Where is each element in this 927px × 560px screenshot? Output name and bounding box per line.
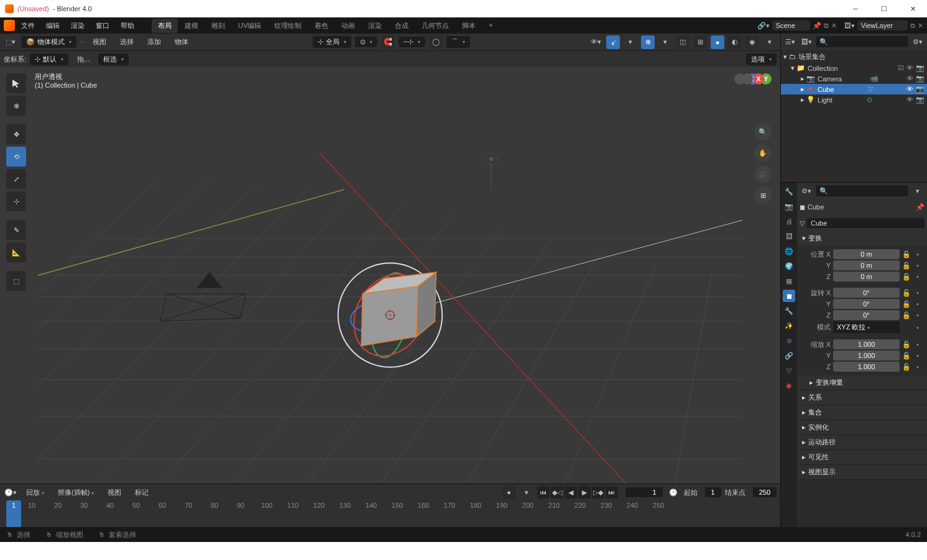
play-rev[interactable]: ◀	[565, 486, 577, 498]
shading-options[interactable]: ▾	[763, 35, 777, 49]
ptab-viewlayer[interactable]: 🖼	[783, 230, 795, 242]
viewlayer-close-icon[interactable]: ✕	[918, 22, 923, 30]
pos-x[interactable]: 0 m	[833, 249, 900, 259]
scene-close-icon[interactable]: ✕	[831, 22, 837, 30]
outliner-cube[interactable]: ▸ 🔻 Cube ▽👁📷	[781, 84, 927, 94]
ws-script[interactable]: 脚本	[456, 19, 482, 33]
zoom-button[interactable]: 🔍	[754, 123, 772, 140]
xray-toggle[interactable]: ◫	[676, 35, 689, 49]
lock-scale-y[interactable]: 🔓	[902, 352, 911, 360]
orientation-dropdown[interactable]: ⊹全局	[313, 36, 351, 48]
lock-pos-y[interactable]: 🔓	[902, 262, 911, 270]
shading-wireframe[interactable]: ⊞	[693, 35, 707, 49]
maximize-button[interactable]: ☐	[875, 1, 893, 16]
viewlayer-browse-icon[interactable]: 🖼▾	[844, 22, 855, 30]
outliner-search[interactable]: 🔍	[816, 36, 908, 47]
lock-scale-x[interactable]: 🔓	[902, 341, 911, 349]
ptab-constraints[interactable]: 🔗	[783, 349, 795, 362]
timeline-ruler[interactable]: 1 10203040506070809010011012013014015016…	[0, 500, 780, 527]
nav-gizmo[interactable]: Z Y X	[733, 73, 773, 113]
proportional-toggle[interactable]: ◯	[429, 35, 443, 49]
clock-icon[interactable]: 🕐	[666, 485, 680, 499]
autokey-toggle[interactable]: ●	[502, 485, 516, 499]
ptab-output[interactable]: 🖨	[783, 215, 795, 227]
scene-pin-icon[interactable]: 📌	[813, 22, 821, 30]
ws-layout[interactable]: 布局	[152, 19, 178, 33]
start-frame[interactable]: 1	[705, 487, 721, 497]
menu-file[interactable]: 文件	[16, 19, 40, 32]
proportional-options[interactable]: ⌒	[446, 36, 470, 48]
snap-toggle[interactable]: 🧲	[381, 35, 395, 49]
rot-y[interactable]: 0°	[833, 299, 900, 309]
overlay-toggle[interactable]: ⊕	[641, 35, 655, 49]
marker-menu[interactable]: 标记	[130, 486, 154, 499]
menu-help[interactable]: 帮助	[116, 19, 139, 32]
mode-dropdown[interactable]: 📦物体模式	[21, 36, 76, 48]
outliner-scene-collection[interactable]: ▾ 🗀 场景集合	[781, 51, 927, 63]
tool-scale[interactable]: ⤢	[6, 169, 26, 189]
ws-shading[interactable]: 着色	[308, 19, 334, 33]
lock-rot-z[interactable]: 🔓	[902, 311, 911, 319]
ptab-collection[interactable]: ▦	[783, 275, 795, 287]
jump-end[interactable]: ⏭	[606, 486, 618, 498]
scale-x[interactable]: 1.000	[833, 339, 900, 349]
viewlayer-name[interactable]: ViewLayer	[857, 21, 908, 30]
gizmo-options[interactable]: ▾	[624, 35, 637, 49]
panel-visibility[interactable]: ▸ 可见性	[797, 450, 927, 464]
scale-y[interactable]: 1.000	[833, 351, 900, 360]
ws-sculpt[interactable]: 雕刻	[205, 19, 231, 33]
select-menu[interactable]: 选择	[115, 35, 139, 48]
ws-add[interactable]: +	[482, 19, 499, 33]
gizmo-toggle[interactable]: ⭹	[606, 35, 620, 49]
outliner-filter[interactable]: ⚙▾	[911, 35, 925, 48]
boxselect-dropdown[interactable]: 框选	[98, 53, 129, 65]
end-frame[interactable]: 250	[753, 487, 777, 497]
scene-copy-icon[interactable]: ⧉	[824, 22, 829, 30]
props-editor-icon[interactable]: ⚙▾	[800, 184, 813, 198]
coord-dropdown[interactable]: ⊹ 默认	[30, 53, 68, 65]
props-options[interactable]: ▾	[911, 184, 925, 198]
options-dropdown[interactable]: 选项	[746, 53, 777, 65]
view-menu[interactable]: 视图	[88, 35, 111, 48]
scene-name[interactable]: Scene	[772, 21, 810, 30]
keying-menu[interactable]: 抠像(插帧)	[53, 486, 99, 499]
playback-menu[interactable]: 回放	[21, 486, 49, 499]
outliner-light[interactable]: ▸ 💡 Light ⊙👁📷	[781, 94, 927, 105]
snap-options[interactable]: ┄⊹	[399, 37, 425, 47]
pan-button[interactable]: ✋	[754, 144, 772, 162]
mesh-name[interactable]: Cube	[807, 218, 925, 228]
editor-type-icon[interactable]: ⬚▾	[4, 35, 17, 49]
playhead[interactable]: 1	[6, 500, 21, 527]
panel-instancing[interactable]: ▸ 实例化	[797, 420, 927, 434]
menu-edit[interactable]: 编辑	[41, 19, 65, 32]
tool-transform[interactable]: ⊹	[6, 191, 26, 211]
panel-delta[interactable]: ▸ 变换增量	[797, 375, 927, 390]
keyframe-prev[interactable]: ◆◁	[551, 486, 563, 498]
close-button[interactable]: ✕	[903, 1, 922, 16]
menu-window[interactable]: 窗口	[91, 19, 114, 32]
ptab-data[interactable]: ▽	[783, 364, 795, 377]
play[interactable]: ▶	[578, 486, 591, 498]
lock-rot-x[interactable]: 🔓	[902, 289, 911, 297]
add-menu[interactable]: 添加	[142, 35, 166, 48]
ws-render[interactable]: 渲染	[362, 19, 388, 33]
camera-button[interactable]: 🎥	[754, 165, 772, 183]
rot-mode[interactable]: XYZ 欧拉	[833, 321, 900, 333]
autokey-options[interactable]: ▾	[520, 485, 533, 499]
keyframe-next[interactable]: ▷◆	[592, 486, 604, 498]
lock-pos-z[interactable]: 🔓	[902, 273, 911, 281]
scale-z[interactable]: 1.000	[833, 362, 900, 372]
visibility-icon[interactable]: 👁▾	[589, 35, 602, 49]
ptab-material[interactable]: ◉	[783, 379, 795, 392]
outliner-collection[interactable]: ▾ 📁 Collection ☑👁📷	[781, 63, 927, 73]
panel-motion[interactable]: ▸ 运动路径	[797, 435, 927, 449]
ptab-physics[interactable]: ⊚	[783, 334, 795, 347]
ws-compose[interactable]: 合成	[389, 19, 415, 33]
panel-transform[interactable]: ▾ 变换	[797, 231, 927, 246]
tl-view-menu[interactable]: 视图	[103, 486, 126, 499]
props-search[interactable]: 🔍	[816, 185, 908, 196]
shading-solid[interactable]: ●	[711, 35, 724, 49]
ptab-particles[interactable]: ✨	[783, 319, 795, 332]
lock-pos-x[interactable]: 🔓	[902, 250, 911, 259]
tool-select[interactable]	[6, 73, 26, 93]
